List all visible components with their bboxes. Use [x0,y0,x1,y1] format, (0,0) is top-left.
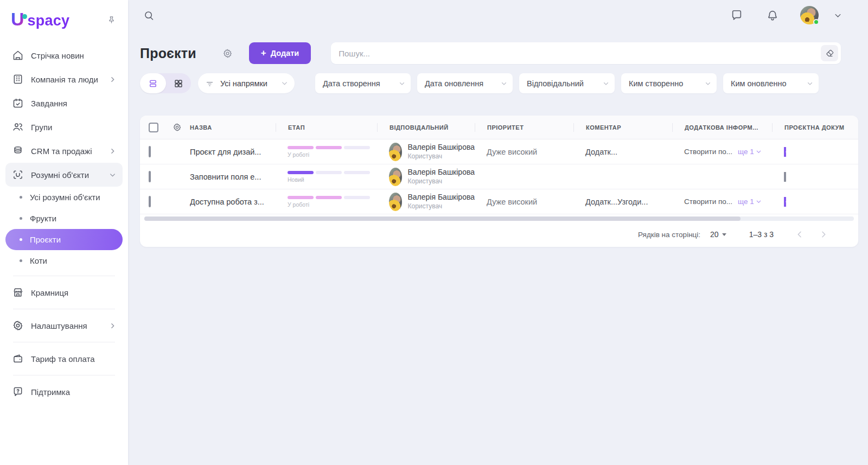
sidebar-subitem-fruits[interactable]: Фрукти [5,208,123,229]
rows-per-page-value: 20 [710,230,719,239]
cell-name[interactable]: Проєкт для дизай... [190,148,276,156]
add-button-label: Додати [271,49,299,58]
chat-icon[interactable] [731,9,743,21]
column-header-extra-info[interactable]: ДОДАТКОВА ІНФОРМ... [672,123,772,132]
notifications-bell-icon[interactable] [767,9,778,21]
main-area: Проєкти + Додати [128,0,868,247]
extra-text: Створити по... [684,148,732,156]
divider [13,342,115,342]
avatar [389,168,402,186]
calendar-check-icon [12,97,24,109]
column-header-responsible[interactable]: ВІДПОВІДАЛЬНИЙ [377,123,475,132]
global-search-icon[interactable] [143,10,155,21]
logo-dot [22,14,27,19]
rows-per-page-select[interactable]: 20 [710,230,726,239]
sidebar-item-support[interactable]: Підтримка [5,380,123,404]
sidebar-item-store[interactable]: Крамниця [5,281,123,304]
column-header-name[interactable]: НАЗВА [190,123,276,132]
sidebar-subitem-cats[interactable]: Коти [5,250,123,271]
uspacy-logo[interactable]: Uspacy [11,10,69,29]
cell-project-docs [772,147,858,157]
divider [13,276,115,276]
doc-checkbox-checked[interactable] [784,147,786,157]
page-settings-gear-icon[interactable] [222,48,233,59]
stage-progress-bar [288,171,377,174]
column-header-comment[interactable]: КОМЕНТАР [573,123,672,132]
sidebar-item-label: Стрічка новин [31,51,84,60]
sidebar-subitem-projects[interactable]: Проєкти [5,229,123,250]
row-checkbox[interactable] [149,196,151,207]
filter-chip-created-by[interactable]: Ким створенно [621,73,717,93]
search-input[interactable] [339,49,821,58]
table-row[interactable]: Заповнити поля е... Новий Валерія Башкір… [140,164,858,189]
scrollbar-thumb[interactable] [144,216,741,221]
owner-name: Валерія Башкірова [407,143,475,152]
sidebar-item-groups[interactable]: Групи [5,115,123,139]
doc-checkbox-checked[interactable] [784,197,786,207]
smart-objects-icon [12,169,24,181]
sidebar-item-smart-objects[interactable]: Розумні об'єкти [5,163,123,187]
sidebar-item-newsfeed[interactable]: Стрічка новин [5,43,123,67]
add-button[interactable]: + Додати [249,42,311,64]
grid-view-button[interactable] [166,73,191,93]
column-header-stage[interactable]: ЕТАП [276,123,377,132]
sidebar-item-billing[interactable]: Тариф та оплата [5,347,123,371]
sidebar-subitem-label: Коти [30,256,47,265]
sidebar-item-label: Тариф та оплата [31,354,95,364]
cell-extra-info: Створити по... ще 1 [672,198,772,206]
column-header-project-docs[interactable]: ПРОЄКТНА ДОКУМ [772,123,858,132]
clear-search-eraser-icon[interactable] [821,45,838,61]
user-avatar[interactable] [800,6,819,24]
pin-sidebar-icon[interactable] [107,15,116,24]
caret-down-icon [722,233,726,236]
filter-chip-updated-date[interactable]: Дата оновлення [417,73,513,93]
sidebar-item-settings[interactable]: Налаштування [5,314,123,337]
sidebar-subitem-all-smart-objects[interactable]: Усі розумні об'єкти [5,187,123,208]
plus-icon: + [261,48,266,59]
filter-chip-created-date[interactable]: Дата створення [315,73,411,93]
owner-name: Валерія Башкірова [407,193,475,202]
cell-stage: У роботі [276,196,377,208]
chip-label: Ким створенно [629,79,705,88]
home-icon [12,49,24,61]
more-link[interactable]: ще 1 [738,198,762,206]
select-all-checkbox[interactable] [149,123,158,132]
table-pagination: Рядків на сторінці: 20 1–3 з 3 [140,222,858,247]
cell-name[interactable]: Заповнити поля е... [190,173,276,181]
cell-stage: У роботі [276,146,377,158]
table-row[interactable]: Проєкт для дизай... У роботі Валерія Баш… [140,139,858,164]
next-page-button[interactable] [819,230,828,239]
filter-chip-updated-by[interactable]: Ким оновленно [723,73,819,93]
building-icon [12,73,24,85]
profile-chevron-down-icon[interactable] [834,11,842,20]
sidebar-item-tasks[interactable]: Завдання [5,91,123,115]
sidebar-item-company[interactable]: Компанія та люди [5,67,123,91]
row-checkbox[interactable] [149,146,151,157]
sidebar-nav: Стрічка новин Компанія та люди Завдання … [0,35,128,404]
directions-dropdown[interactable]: Усі напрямки [198,73,295,93]
owner-role: Користувач [407,152,475,161]
list-view-button[interactable] [140,73,166,93]
divider [13,375,115,375]
chevron-down-icon [807,80,813,87]
cell-responsible: Валерія Башкірова Користувач [377,193,475,211]
filter-lines-icon [206,79,214,87]
horizontal-scrollbar[interactable] [144,216,854,221]
cell-name[interactable]: Доступна робота з... [190,198,276,206]
more-link[interactable]: ще 1 [738,148,762,156]
column-header-priority[interactable]: ПРІОРИТЕТ [475,123,573,132]
prev-page-button[interactable] [795,230,804,239]
projects-table-card: НАЗВА ЕТАП ВІДПОВІДАЛЬНИЙ ПРІОРИТЕТ КОМЕ… [140,116,858,247]
sidebar-item-label: Крамниця [31,288,68,297]
cell-priority: Дуже високий [475,198,573,206]
table-row[interactable]: Доступна робота з... У роботі Валерія Ба… [140,189,858,214]
table-settings-gear-icon[interactable] [173,123,182,132]
filter-chip-responsible[interactable]: Відповідальний [519,73,615,93]
cell-comment: Додатк... [573,148,672,156]
row-checkbox[interactable] [149,171,151,182]
sidebar-subitem-label: Фрукти [30,214,56,223]
doc-checkbox-unchecked[interactable] [784,172,786,182]
stage-progress-bar [288,196,377,199]
sidebar: Uspacy Стрічка новин Компанія та люди За… [0,0,128,465]
sidebar-item-crm[interactable]: CRM та продажі [5,139,123,163]
